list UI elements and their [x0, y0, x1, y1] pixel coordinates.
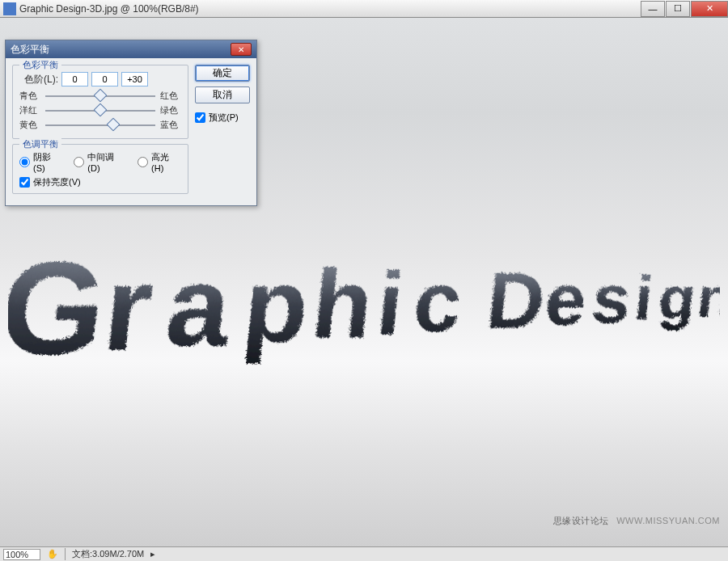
hand-icon[interactable]: ✋	[47, 549, 58, 559]
svg-text:p: p	[237, 245, 310, 363]
svg-text:G: G	[8, 231, 105, 369]
ok-button[interactable]: 确定	[195, 65, 250, 82]
slider-row-1: 洋红 绿色	[19, 104, 181, 116]
radio-shadows-input[interactable]	[19, 157, 30, 167]
tone-radio-row: 阴影(S) 中间调(D) 高光(H)	[19, 151, 181, 173]
svg-text:s: s	[587, 259, 631, 335]
radio-midtones[interactable]: 中间调(D)	[74, 151, 126, 173]
dialog-titlebar[interactable]: 色彩平衡 ✕	[6, 40, 256, 58]
dialog-body: 色彩平衡 色阶(L): 青色 红色 洋	[6, 58, 256, 205]
document-window: Graphic Design-3D.jpg @ 100%(RGB/8#) — ☐…	[0, 0, 728, 561]
preserve-luminosity-checkbox[interactable]	[19, 177, 30, 188]
group-legend-color: 色彩平衡	[19, 59, 61, 71]
svg-text:D: D	[481, 255, 544, 344]
svg-text:n: n	[693, 264, 720, 327]
slider-left-2: 黄色	[19, 119, 40, 131]
slider-left-0: 青色	[19, 90, 40, 102]
preview-check[interactable]: 预览(P)	[195, 112, 250, 124]
slider-cyan-red[interactable]	[45, 91, 155, 102]
slider-right-0: 红色	[160, 90, 181, 102]
svg-text:e: e	[540, 257, 587, 339]
tone-balance-group: 色调平衡 阴影(S) 中间调(D) 高光(H) 保持亮度(V)	[12, 144, 188, 194]
slider-row-2: 黄色 蓝色	[19, 119, 181, 131]
dialog-close-button[interactable]: ✕	[231, 43, 252, 56]
close-button[interactable]: ✕	[691, 1, 728, 17]
slider-right-1: 绿色	[160, 104, 181, 116]
svg-text:i: i	[371, 252, 400, 352]
slider-left-1: 洋红	[19, 104, 40, 116]
slider-magenta-green[interactable]	[45, 105, 155, 116]
statusbar: 100% ✋ 文档:3.09M/2.70M ▸	[0, 546, 728, 561]
preserve-luminosity-row: 保持亮度(V)	[19, 176, 181, 188]
zoom-level[interactable]: 100%	[3, 549, 40, 560]
chevron-right-icon[interactable]: ▸	[150, 549, 155, 559]
minimize-button[interactable]: —	[641, 1, 665, 17]
maximize-button[interactable]: ☐	[666, 1, 690, 17]
app-icon	[3, 2, 16, 15]
dialog-left-panel: 色彩平衡 色阶(L): 青色 红色 洋	[12, 65, 188, 199]
radio-highlights[interactable]: 高光(H)	[138, 151, 181, 173]
artwork-3d-text: G r a p h i c D e s i g n	[8, 231, 720, 369]
dialog-title: 色彩平衡	[11, 43, 49, 57]
titlebar[interactable]: Graphic Design-3D.jpg @ 100%(RGB/8#) — ☐…	[0, 0, 728, 18]
preview-checkbox[interactable]	[195, 112, 205, 123]
watermark-en: WWW.MISSYUAN.COM	[616, 516, 720, 525]
levels-label: 色阶(L):	[19, 73, 58, 86]
slider-yellow-blue[interactable]	[45, 120, 155, 131]
dialog-right-panel: 确定 取消 预览(P)	[195, 65, 250, 199]
doc-info: 文档:3.09M/2.70M	[65, 548, 144, 560]
window-controls: — ☐ ✕	[640, 1, 728, 17]
slider-thumb-1[interactable]	[94, 103, 108, 116]
preserve-luminosity[interactable]: 保持亮度(V)	[19, 176, 81, 188]
group-legend-tone: 色调平衡	[19, 138, 61, 150]
watermark: 思缘设计论坛 WWW.MISSYUAN.COM	[553, 515, 720, 527]
radio-highlights-input[interactable]	[138, 157, 148, 167]
slider-right-2: 蓝色	[160, 119, 181, 131]
watermark-zh: 思缘设计论坛	[553, 516, 609, 525]
svg-text:a: a	[159, 242, 236, 369]
color-balance-group: 色彩平衡 色阶(L): 青色 红色 洋	[12, 65, 188, 139]
radio-midtones-input[interactable]	[74, 157, 84, 167]
svg-text:c: c	[408, 253, 463, 348]
level-input-b[interactable]	[91, 72, 118, 86]
slider-row-0: 青色 红色	[19, 90, 181, 102]
level-input-c[interactable]	[121, 72, 148, 86]
cancel-button[interactable]: 取消	[195, 86, 250, 103]
slider-thumb-2[interactable]	[107, 117, 121, 131]
slider-thumb-0[interactable]	[94, 88, 108, 102]
svg-text:i: i	[630, 261, 651, 332]
level-input-a[interactable]	[61, 72, 88, 86]
svg-text:g: g	[654, 263, 695, 330]
radio-shadows[interactable]: 阴影(S)	[19, 151, 62, 173]
canvas-area[interactable]: G r a p h i c D e s i g n 色彩平衡	[0, 18, 728, 546]
window-title: Graphic Design-3D.jpg @ 100%(RGB/8#)	[19, 3, 640, 15]
svg-text:r: r	[96, 238, 156, 369]
levels-row: 色阶(L):	[19, 72, 181, 86]
color-balance-dialog[interactable]: 色彩平衡 ✕ 色彩平衡 色阶(L): 青色	[5, 40, 257, 206]
svg-text:h: h	[307, 248, 372, 356]
